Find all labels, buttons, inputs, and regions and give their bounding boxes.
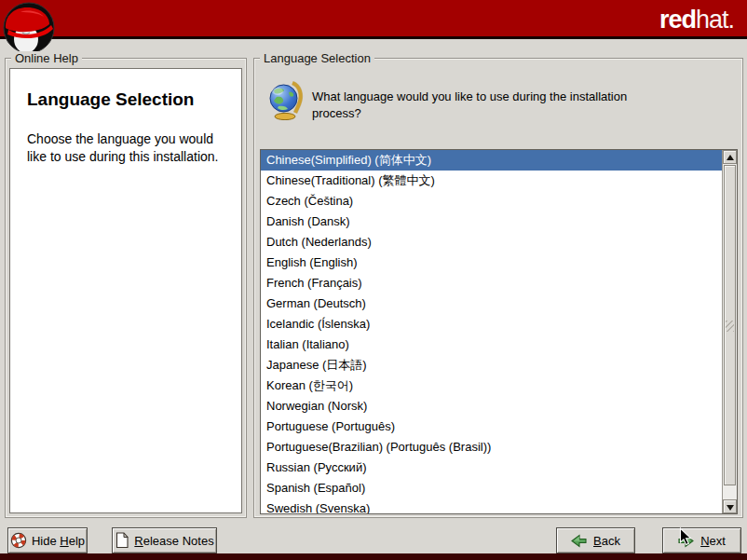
scroll-up-button[interactable]	[723, 150, 737, 164]
help-body-text: Choose the language you would like to us…	[27, 130, 224, 167]
down-arrow-icon	[727, 505, 734, 511]
language-listbox: Chinese(Simplified) (简体中文)Chinese(Tradit…	[260, 149, 738, 514]
up-arrow-icon	[727, 155, 734, 160]
language-selection-frame-label: Language Selection	[260, 51, 374, 65]
online-help-frame: Online Help Language Selection Choose th…	[5, 58, 247, 518]
help-buoy-icon	[10, 532, 27, 549]
language-option[interactable]: German (Deutsch)	[261, 294, 722, 314]
redhat-shadowman-logo	[2, 1, 56, 55]
back-button[interactable]: Back	[556, 527, 635, 553]
language-option[interactable]: English (English)	[261, 253, 722, 273]
language-option[interactable]: Japanese (日本語)	[261, 355, 722, 376]
language-option[interactable]: Chinese(Simplified) (简体中文)	[261, 150, 722, 171]
release-notes-label: Release Notes	[134, 534, 213, 548]
bottom-edge-strip	[0, 553, 747, 560]
wordmark-hat: hat.	[696, 6, 734, 34]
language-option[interactable]: Swedish (Svenska)	[261, 499, 722, 513]
scrollbar-thumb[interactable]	[724, 165, 736, 485]
back-arrow-icon	[571, 534, 587, 548]
hide-help-button[interactable]: Hide Help	[7, 527, 88, 553]
scroll-down-button[interactable]	[723, 499, 737, 513]
help-title: Language Selection	[27, 89, 224, 110]
globe-icon	[265, 81, 305, 120]
redhat-wordmark: redhat.	[659, 6, 734, 34]
language-option[interactable]: Norwegian (Norsk)	[261, 396, 722, 417]
language-option[interactable]: Dutch (Nederlands)	[261, 232, 722, 253]
wordmark-red: red	[659, 6, 696, 34]
language-option[interactable]: Czech (Čeština)	[261, 191, 722, 212]
hide-help-label: Hide Help	[32, 534, 85, 548]
language-option[interactable]: Russian (Русский)	[261, 458, 722, 478]
next-button[interactable]: Next	[662, 527, 741, 553]
language-option[interactable]: Spanish (Español)	[261, 478, 722, 499]
question-text: What language would you like to use duri…	[312, 89, 677, 121]
language-list: Chinese(Simplified) (简体中文)Chinese(Tradit…	[261, 150, 722, 513]
language-option[interactable]: Portuguese (Português)	[261, 417, 722, 437]
help-content-panel: Language Selection Choose the language y…	[9, 68, 242, 513]
language-option[interactable]: Portuguese(Brazilian) (Português (Brasil…	[261, 437, 722, 458]
next-label: Next	[700, 534, 726, 548]
language-option[interactable]: French (Français)	[261, 273, 722, 294]
scrollbar[interactable]	[722, 150, 737, 513]
back-label: Back	[593, 534, 620, 548]
language-option[interactable]: Danish (Dansk)	[261, 212, 722, 232]
language-selection-frame: Language Selection What language would y…	[253, 58, 743, 518]
online-help-frame-label: Online Help	[11, 51, 82, 65]
mouse-cursor	[679, 527, 692, 546]
release-notes-icon	[115, 532, 129, 549]
language-option[interactable]: Icelandic (Íslenska)	[261, 314, 722, 335]
release-notes-button[interactable]: Release Notes	[112, 527, 217, 553]
language-option[interactable]: Chinese(Traditional) (繁體中文)	[261, 171, 722, 191]
language-option[interactable]: Korean (한국어)	[261, 376, 722, 396]
scrollbar-grip	[726, 321, 734, 332]
header-bar: redhat.	[0, 0, 747, 39]
language-option[interactable]: Italian (Italiano)	[261, 335, 722, 355]
